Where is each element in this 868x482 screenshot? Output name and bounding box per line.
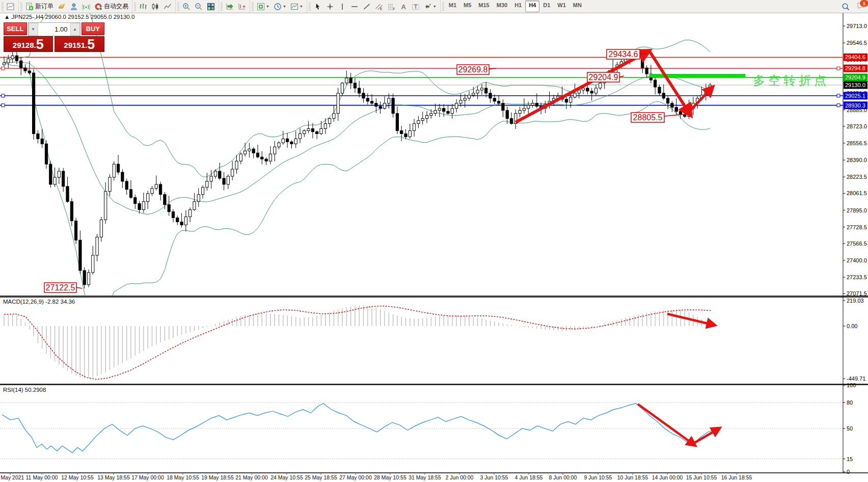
svg-text:29130.0: 29130.0 [845,82,865,88]
notifications-button[interactable]: 1 [857,2,865,12]
candlestick-chart-button[interactable] [149,0,161,13]
timeframe-m15-button[interactable]: M15 [475,1,493,12]
signals-button[interactable] [80,0,92,13]
candle [645,68,648,74]
volume-input[interactable]: 1.00 [38,23,70,36]
text-label-tool-button[interactable]: T [410,0,422,13]
rsi-scale-label: 0 [847,469,850,475]
bollinger-upper-band[interactable] [4,13,710,177]
gold-shortcut-button[interactable] [56,0,68,13]
bar-chart-button[interactable] [137,0,149,13]
line-handle[interactable] [2,94,5,97]
rsi-arrow-rebound-leg[interactable] [693,430,717,444]
line-handle[interactable] [837,94,840,97]
candle [447,112,449,114]
equidistant-channel-button[interactable]: E [373,0,385,13]
turning-point-note[interactable]: 多空转折点 [753,73,829,87]
toolbar-grip[interactable] [252,3,254,11]
vertical-line-button[interactable] [336,0,348,13]
price-annotation-label[interactable]: 29269.8 [457,65,496,74]
volume-up-button[interactable]: ▲ [70,23,80,36]
new-order-button[interactable]: 新订单 [23,0,56,13]
sell-price[interactable]: 29128.5 [4,36,53,52]
tile-windows-button[interactable] [205,0,217,13]
chevron-down-icon[interactable]: ▼ [433,5,437,8]
volume-down-button[interactable]: ▼ [29,23,38,36]
price-annotation-label[interactable]: 27122.5 [44,283,82,292]
price-annotation-label[interactable]: 29434.6 [607,49,646,59]
templates-button[interactable]: ▼ [288,0,305,13]
chevron-down-icon[interactable]: ▼ [300,5,303,8]
timeframe-m30-button[interactable]: M30 [493,1,511,12]
toolbar-grip[interactable] [20,3,22,11]
timeframe-w1-button[interactable]: W1 [554,1,569,12]
text-tool-button[interactable]: A [397,0,410,13]
line-handle[interactable] [2,104,5,107]
arrows-tool-button[interactable]: ▼ [422,0,439,13]
accounts-button[interactable] [68,0,80,13]
auto-trading-button[interactable]: 自动交易 [92,0,130,13]
toolbar-grip[interactable] [442,3,444,11]
candle [662,93,665,98]
line-chart-button[interactable] [161,0,174,13]
time-tick-label: 24 May 10:55 [270,474,303,480]
zoom-in-button[interactable] [180,0,193,13]
main-chart-panel[interactable]: 多空转折点29269.829434.629204.928805.527122.5 [0,13,843,318]
toolbar-grip[interactable] [2,3,4,11]
search-button[interactable] [839,0,852,13]
time-axis[interactable]: 7 May 202111 May 00:0012 May 10:5513 May… [0,473,752,480]
toolbar-grip[interactable] [221,3,223,11]
trend-arrow-up-leg[interactable] [516,52,646,122]
rsi-arrow-down-leg[interactable] [638,404,693,444]
cursor-button[interactable] [312,0,324,13]
timeframe-d1-button[interactable]: D1 [539,1,554,12]
toolbar-grip[interactable] [309,3,311,11]
line-handle[interactable] [2,67,5,70]
auto-scroll-button[interactable] [224,0,236,13]
timeframe-mn-button[interactable]: MN [569,1,585,12]
timeframe-h4-button[interactable]: H4 [525,1,539,12]
buy-price[interactable]: 29151.5 [55,36,104,52]
timeframe-m1-button[interactable]: M1 [445,1,460,12]
toolbar-grip[interactable] [177,3,179,11]
horizontal-line-button[interactable] [348,0,361,13]
candle-chart-icon [151,3,159,11]
indicators-list-button[interactable]: ▼ [255,0,272,13]
toolbar-grip[interactable] [134,3,136,11]
sell-button[interactable]: SELL [4,22,27,35]
chart-window-button[interactable] [5,0,17,13]
line-handle[interactable] [837,67,840,70]
periods-button[interactable]: ▼ [272,0,288,13]
chevron-down-icon[interactable]: ▼ [283,5,286,8]
channel-icon: E [375,3,383,11]
macd-down-arrow[interactable] [667,314,712,325]
buy-button[interactable]: BUY [82,22,105,35]
zoom-out-button[interactable] [193,0,205,13]
signal-icon [82,3,90,11]
candle [252,149,255,153]
indicators-icon [257,3,265,11]
candle [582,88,585,90]
chart-shift-button[interactable] [236,0,248,13]
crosshair-button[interactable] [324,0,336,13]
template-icon [290,3,299,11]
candle [341,83,343,93]
macd-panel[interactable]: MACD(12,26,9) -2.82 34.36219.030.00-449.… [3,298,865,382]
symbol-ohlc-info[interactable]: ▲ JPN225-,H4 29060.0 29152.5 29055.0 291… [4,14,134,20]
timeframe-h1-button[interactable]: H1 [511,1,525,12]
chart-canvas[interactable]: 多空转折点29269.829434.629204.928805.527122.5… [0,13,868,482]
trendline-button[interactable] [361,0,373,13]
candle [70,202,73,221]
price-tick-label: 27233.5 [847,274,867,280]
candle [104,192,107,220]
candle [223,178,225,184]
fibonacci-button[interactable]: F [385,0,397,13]
chevron-down-icon[interactable]: ▼ [266,5,269,8]
price-annotation-label[interactable]: 29204.9 [587,72,624,82]
line-handle[interactable] [837,104,840,107]
trend-arrow-rebound-leg[interactable] [689,89,711,112]
rsi-panel[interactable]: 8050151000RSI(14) 50.2908 [0,382,856,475]
rsi-scale-label: 50 [847,425,853,432]
candle [227,176,229,184]
timeframe-m5-button[interactable]: M5 [460,1,475,12]
